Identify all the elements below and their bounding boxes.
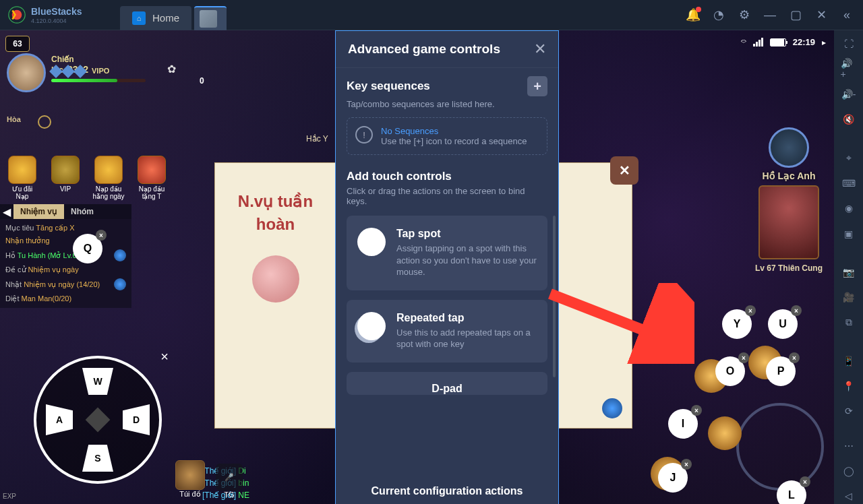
bluestacks-side-toolbar: ⛶ 🔊+ 🔊- 🔇 ⌖ ⌨ ◉ ▣ 📷 🎥 ⧉ 📱 📍 ⟳ ⋯ ◯ ◁ — [834, 30, 863, 504]
key-overlay-l[interactable]: L× — [777, 480, 806, 504]
keyboard-icon[interactable]: ⌨ — [841, 175, 857, 191]
add-sequence-button[interactable]: + — [527, 76, 547, 96]
skill-slot-icon[interactable] — [708, 416, 742, 450]
card-desc: Use this to add repeated taps on a spot … — [396, 327, 537, 350]
volume-up-icon[interactable]: 🔊+ — [841, 61, 857, 77]
voice-button[interactable]: 🎤 TG — [216, 464, 243, 499]
modal-title: Advanced game controls — [348, 42, 500, 57]
no-sequences-box: ! No Sequences Use the [+] icon to recor… — [347, 117, 547, 155]
key-overlay-o[interactable]: O× — [715, 356, 745, 386]
key-remove-icon[interactable]: × — [800, 476, 810, 487]
dpad-overlay[interactable]: × W A D S — [34, 356, 162, 484]
minimize-icon[interactable]: — — [763, 8, 777, 22]
rotate-icon[interactable]: ⟳ — [841, 404, 857, 419]
notifications-icon[interactable]: 🔔 — [686, 8, 700, 22]
more-icon[interactable]: ⋯ — [841, 438, 857, 453]
install-apk-icon[interactable]: ▣ — [841, 226, 857, 241]
fullscreen-icon[interactable]: ⛶ — [841, 36, 857, 51]
dpad-down[interactable]: S — [82, 445, 113, 472]
key-overlay-j[interactable]: J× — [658, 463, 688, 493]
level-badge[interactable]: 63 — [5, 36, 30, 52]
key-sequences-subtitle: Tap/combo sequences are listed here. — [347, 99, 547, 109]
key-overlay-u[interactable]: U× — [768, 309, 798, 339]
lotus-count: 0 — [200, 76, 204, 86]
dpad-card[interactable]: D-pad — [347, 372, 547, 395]
boss-portrait[interactable] — [758, 185, 819, 259]
home-icon[interactable]: ◁ — [841, 489, 857, 504]
no-sequences-link[interactable]: No Sequences — [381, 126, 527, 136]
modal-close-icon[interactable]: ✕ — [534, 40, 546, 58]
record-icon[interactable]: 🎥 — [841, 289, 857, 305]
tap-spot-icon — [357, 228, 386, 256]
paper-close-button[interactable]: ✕ — [610, 156, 638, 185]
compass-icon[interactable] — [38, 115, 51, 129]
quest-panel: ◀ Nhiệm vụ Nhóm Mục tiêu Tăng cấp X Nhận… — [0, 204, 131, 308]
repeated-tap-card[interactable]: Repeated tap Use this to add repeated ta… — [347, 300, 547, 363]
keymap-icon[interactable]: ⌖ — [841, 150, 857, 166]
account-icon[interactable]: ◔ — [712, 8, 725, 22]
volume-down-icon[interactable]: 🔊- — [841, 86, 857, 102]
location-icon[interactable]: 📍 — [841, 378, 857, 393]
key-sequences-heading: Key sequences — [347, 80, 430, 93]
key-remove-icon[interactable]: × — [738, 352, 749, 363]
key-remove-icon[interactable]: × — [681, 459, 692, 470]
paper-swirl-icon[interactable] — [602, 398, 622, 418]
expand-icon[interactable]: ▸ — [822, 38, 826, 47]
key-remove-icon[interactable]: × — [791, 305, 802, 316]
titlebar-right: 🔔 ◔ ⚙ — ▢ ✕ « — [686, 8, 863, 22]
quest-row[interactable]: Mục tiêu Tăng cấp X — [5, 222, 126, 234]
dpad-up[interactable]: W — [82, 368, 113, 395]
key-remove-icon[interactable]: × — [745, 305, 756, 316]
bluestacks-logo-icon — [8, 6, 26, 24]
close-window-icon[interactable]: ✕ — [814, 8, 828, 22]
screenshot-icon[interactable]: 📷 — [841, 264, 857, 280]
touch-controls-subtitle: Click or drag the actions on the screen … — [347, 186, 547, 206]
quest-row[interactable]: Nhật Nhiệm vụ ngày (14/20) — [5, 276, 126, 292]
quest-tab-2[interactable]: Nhóm — [64, 204, 100, 219]
key-remove-icon[interactable]: × — [96, 230, 107, 241]
settings-icon[interactable]: ⚙ — [738, 8, 751, 22]
key-remove-icon[interactable]: × — [691, 405, 702, 416]
quest-collapse-icon[interactable]: ◀ — [0, 206, 13, 218]
mute-icon[interactable]: 🔇 — [841, 112, 857, 127]
wifi-icon: ⌔ — [741, 37, 746, 47]
quest-row[interactable]: Đề cử Nhiệm vụ ngày — [5, 263, 126, 276]
maximize-icon[interactable]: ▢ — [789, 8, 802, 22]
quest-row[interactable]: Nhận thưởng — [5, 234, 126, 247]
key-overlay-y[interactable]: Y× — [722, 309, 752, 339]
tab-game[interactable] — [194, 6, 227, 30]
main-skill-ring[interactable] — [736, 403, 824, 491]
boss-emblem-icon[interactable] — [769, 127, 809, 168]
shortcut-napdau2[interactable]: Nạp đầu tặng T — [135, 156, 169, 200]
quest-tab-1[interactable]: Nhiệm vụ — [13, 204, 64, 219]
quest-row[interactable]: Diệt Man Man(0/20) — [5, 292, 126, 305]
svg-line-2 — [550, 294, 661, 337]
exp-label: EXP — [3, 493, 16, 500]
key-overlay-i[interactable]: I× — [668, 409, 698, 439]
game-tab-icon — [200, 10, 217, 28]
dpad-right[interactable]: D — [123, 404, 150, 435]
home-tab-icon: ⌂ — [132, 11, 146, 25]
dpad-close-icon[interactable]: × — [160, 349, 169, 365]
shortcut-uudai[interactable]: Ưu đãi Nạp — [5, 156, 39, 200]
app-name: BlueStacks — [31, 6, 82, 17]
quest-row[interactable]: Hỗ Tu Hành (Mở Lv.65) — [5, 247, 126, 263]
lotus-icon[interactable]: ✿ — [167, 63, 194, 90]
tap-spot-card[interactable]: Tap spot Assign tapping on a spot with t… — [347, 216, 547, 290]
info-icon: ! — [355, 126, 373, 144]
player-avatar[interactable] — [7, 53, 46, 92]
key-remove-icon[interactable]: × — [789, 352, 800, 363]
toggle-icon[interactable]: ◉ — [841, 201, 857, 216]
shake-icon[interactable]: 📱 — [841, 353, 857, 369]
android-status-bar: ⌔ 22:19 ▸ — [741, 37, 826, 47]
copy-icon[interactable]: ⧉ — [841, 315, 857, 330]
collapse-sidebar-icon[interactable]: « — [840, 8, 854, 22]
shortcut-napdau[interactable]: Nạp đầu hằng ngày — [92, 156, 125, 200]
inventory-button[interactable]: Túi đồ — [175, 460, 205, 499]
key-overlay-q[interactable]: Q× — [73, 234, 102, 263]
dpad-left[interactable]: A — [46, 404, 73, 435]
key-overlay-p[interactable]: P× — [766, 356, 796, 386]
tab-home[interactable]: ⌂ Home — [120, 6, 191, 30]
shortcut-vip[interactable]: VIP — [49, 156, 82, 200]
back-icon[interactable]: ◯ — [841, 463, 857, 478]
